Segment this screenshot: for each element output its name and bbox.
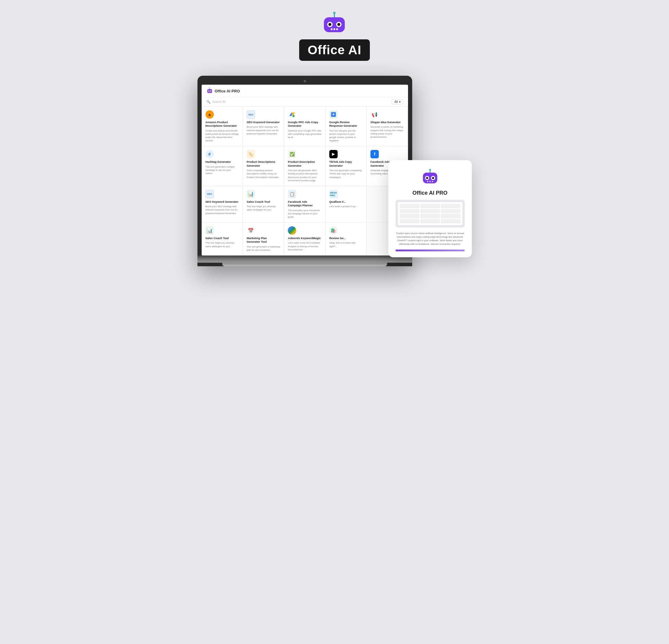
svg-point-29 <box>427 181 428 182</box>
tool-icon-slogan: 📢 <box>370 110 379 119</box>
filter-label: All <box>394 100 398 103</box>
svg-point-28 <box>432 177 434 179</box>
tool-card-sales-coach[interactable]: 📊 Sales Coach Tool This tool helps you d… <box>243 186 284 223</box>
tool-icon-google-review <box>329 110 338 119</box>
tool-icon-product-desc: 🏷️ <box>247 150 255 158</box>
search-row: 🔍 Search All All ▾ <box>202 98 408 106</box>
svg-point-31 <box>432 181 433 182</box>
svg-point-17 <box>209 92 209 92</box>
tool-card-quallium[interactable]: AEGAPRO Quallium F... Let's build a prod… <box>325 186 367 223</box>
tool-card-adwords[interactable]: Adwords KeywordMagic Let's make some Ad … <box>284 223 325 256</box>
mini-cell <box>400 204 419 208</box>
svg-point-11 <box>209 88 210 88</box>
promo-progress-bar <box>396 249 465 251</box>
tool-card-mktplan[interactable]: 📅 Marketing Plan Generator Tool This too… <box>243 223 284 256</box>
chevron-down-icon: ▾ <box>399 100 401 103</box>
tool-card-product-desc[interactable]: 🏷️ Product Descriptions Generator Craft … <box>243 146 284 186</box>
mini-cell <box>441 204 460 208</box>
tool-card-fb-campaign[interactable]: 📋 Facebook Ads Campaign Planner This too… <box>284 186 325 223</box>
tools-grid: a Amazon Product Descriptions Generator … <box>202 106 408 256</box>
tool-name-mktplan: Marketing Plan Generator Tool <box>247 237 280 244</box>
tool-name-sales-coach2: Sales Coach Tool <box>205 237 239 240</box>
svg-point-8 <box>333 28 335 30</box>
tool-desc-google-ppc: Optimize your Google PPC ads with compel… <box>288 129 321 139</box>
tool-name-google-review: Google Review Response Generator <box>329 120 363 128</box>
tool-card-seo-keyword2[interactable]: SEO SEO Keyword Generator Boost your SEO… <box>202 186 243 223</box>
mini-cell <box>441 214 460 218</box>
mini-cell <box>400 214 419 218</box>
promo-mini-laptop <box>396 200 465 228</box>
tool-name-seo-keyword: SEO Keyword Generator <box>247 120 280 124</box>
mini-cell <box>420 204 440 208</box>
tool-card-amazon-product[interactable]: a Amazon Product Descriptions Generator … <box>202 106 243 146</box>
mini-cell <box>441 219 460 223</box>
search-input-wrap[interactable]: 🔍 Search All <box>207 100 392 104</box>
main-scene: Office AI PRO 🔍 Search All All ▾ <box>171 76 499 266</box>
filter-dropdown[interactable]: All ▾ <box>392 99 403 104</box>
promo-mini-screen <box>398 202 462 225</box>
tool-desc-mktplan: This tool generates a marketing plan for… <box>247 245 280 252</box>
svg-point-19 <box>210 92 211 92</box>
app-name: Office AI PRO <box>215 89 240 93</box>
tool-desc-quallium: Let's build a product if yo... <box>329 205 363 208</box>
tool-icon-facebook-ads: f <box>370 150 379 158</box>
mini-cell <box>420 209 440 213</box>
tool-icon-hashtag: # <box>205 150 214 158</box>
tool-name-google-ppc: Google PPC Ads Copy Generator <box>288 120 321 128</box>
app-logo: Office AI PRO <box>207 88 240 94</box>
tool-desc-fb-campaign: This tool plans your Facebook Ad campaig… <box>288 209 321 219</box>
laptop-base <box>197 258 412 263</box>
svg-point-30 <box>429 181 431 182</box>
tool-desc-review-gen: Okay, this is it works and right?... <box>329 241 363 248</box>
tool-icon-seo-keyword2: SEO <box>205 190 214 198</box>
tool-name-amazon-product: Amazon Product Descriptions Generator <box>205 120 239 128</box>
tool-card-review-gen[interactable]: 🛍️ Review Ge... Okay, this is it works a… <box>325 223 367 256</box>
tool-name-sales-coach: Sales Coach Tool <box>247 200 280 204</box>
tool-icon-seo-keyword: SEO <box>247 110 255 119</box>
tool-desc-seo-keyword2: Boost your SEO strategy with relevant ke… <box>205 205 239 215</box>
svg-point-1 <box>333 12 336 14</box>
laptop-screen: Office AI PRO 🔍 Search All All ▾ <box>202 85 408 256</box>
tool-desc-seo-keyword: Boost your SEO strategy with relevant ke… <box>247 125 280 135</box>
tool-card-google-ppc[interactable]: Google PPC Ads Copy Generator Optimize y… <box>284 106 325 146</box>
tool-icon-amazon-product: a <box>205 110 214 119</box>
tool-card-hashtag[interactable]: # Hashtag Generator This tool generates … <box>202 146 243 186</box>
tool-icon-sales-coach: 📊 <box>247 190 255 198</box>
tool-card-sales-coach2[interactable]: 📊 Sales Coach Tool This tool helps you d… <box>202 223 243 256</box>
svg-point-6 <box>337 23 340 26</box>
laptop-body: Office AI PRO 🔍 Search All All ▾ <box>197 76 412 266</box>
tool-name-review-gen: Review Ge... <box>329 237 363 240</box>
svg-point-16 <box>210 91 211 91</box>
tool-desc-product-desc: Craft compelling product descriptions sw… <box>247 169 280 179</box>
tool-name-hashtag: Hashtag Generator <box>205 160 239 164</box>
svg-point-5 <box>328 23 331 26</box>
tool-icon-mktplan: 📅 <box>247 226 255 235</box>
laptop-stand <box>222 263 387 266</box>
svg-point-23 <box>429 169 431 171</box>
tool-desc-google-review: This tool will give you the perfect resp… <box>329 129 363 143</box>
svg-point-15 <box>208 91 209 91</box>
mini-cell <box>420 214 440 218</box>
svg-point-9 <box>336 28 338 30</box>
tool-icon-review-gen: 🛍️ <box>329 226 338 235</box>
tool-name-quallium: Quallium F... <box>329 200 363 204</box>
tool-card-tiktok[interactable]: ▶ TikTok Ads Copy Generator This tool ge… <box>325 146 367 186</box>
promo-robot-icon <box>421 169 439 187</box>
tool-card-slogan[interactable]: 📢 Slogan Idea Generator Generate a serie… <box>367 106 408 146</box>
tool-card-seo-keyword[interactable]: SEO SEO Keyword Generator Boost your SEO… <box>243 106 284 146</box>
svg-point-27 <box>426 177 428 179</box>
logo-robot-icon <box>321 12 348 37</box>
tool-desc-adwords: Let's make some Ad Cocktails! Imagine to… <box>288 241 321 251</box>
tool-desc-sales-coach: This tool helps you develop sales strate… <box>247 205 280 211</box>
tool-name-slogan: Slogan Idea Generator <box>370 120 404 124</box>
tool-name-product-desc2: Product Description Generator <box>288 160 321 168</box>
tool-card-google-review[interactable]: Google Review Response Generator This to… <box>325 106 367 146</box>
tool-desc-tiktok: This tool generates compelling TikTok ad… <box>329 169 363 179</box>
tool-icon-sales-coach2: 📊 <box>205 226 214 235</box>
tool-name-product-desc: Product Descriptions Generator <box>247 160 280 168</box>
tool-card-product-desc2[interactable]: ✅ Product Description Generator This too… <box>284 146 325 186</box>
promo-title-bold: PRO <box>436 190 447 196</box>
promo-title: Office AI PRO <box>413 190 447 196</box>
promo-card-wrap: Office AI PRO <box>388 160 472 257</box>
tool-icon-fb-campaign: 📋 <box>288 190 296 198</box>
